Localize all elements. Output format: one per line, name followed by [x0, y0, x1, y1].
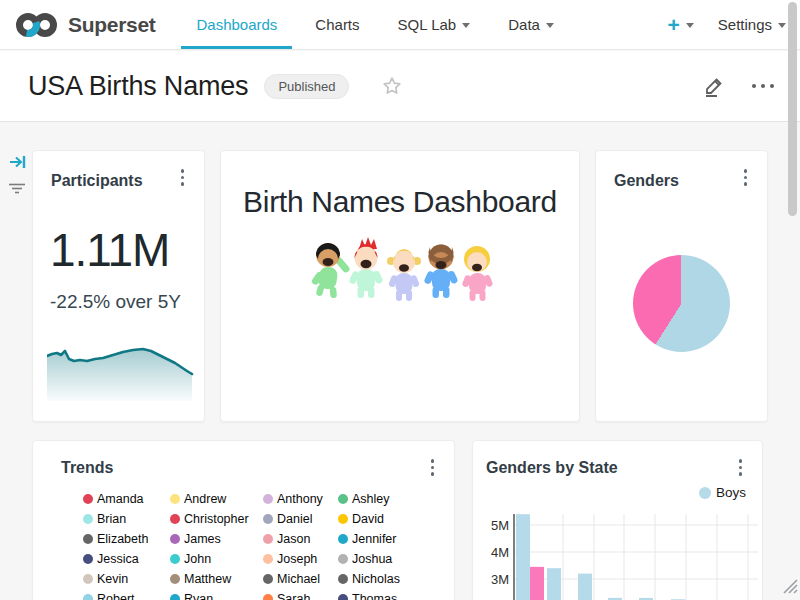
expand-filter-bar-icon[interactable]	[9, 154, 27, 174]
legend-label: James	[184, 532, 221, 546]
legend-item[interactable]: Andrew	[170, 489, 263, 509]
chart-kebab-menu-icon[interactable]	[429, 457, 437, 478]
chart-title: Trends	[61, 459, 113, 477]
nav-item-data[interactable]: Data	[493, 0, 569, 49]
legend-dot	[83, 594, 93, 600]
bar-boys	[516, 514, 530, 600]
legend-label: Anthony	[277, 492, 323, 506]
legend-item[interactable]: Christopher	[170, 509, 263, 529]
settings-menu[interactable]: Settings	[718, 16, 786, 33]
legend-label: Joseph	[277, 552, 317, 566]
bar-chart-legend[interactable]: Boys	[699, 485, 746, 500]
legend-item[interactable]: Jennifer	[338, 529, 428, 549]
legend-item[interactable]: Nicholas	[338, 569, 428, 589]
legend-item[interactable]: David	[338, 509, 428, 529]
chart-title: Genders	[614, 172, 679, 190]
legend-item[interactable]: Brian	[83, 509, 170, 529]
legend-label: Jessica	[97, 552, 139, 566]
chart-kebab-menu-icon[interactable]	[179, 167, 187, 188]
participants-chart-card: Participants 1.11M -22.5% over 5Y	[32, 150, 205, 422]
markdown-heading: Birth Names Dashboard	[221, 185, 579, 219]
legend-dot	[338, 574, 348, 584]
chevron-down-icon	[462, 23, 470, 28]
more-options-icon[interactable]	[752, 84, 774, 88]
superset-logo[interactable]: Superset	[0, 0, 155, 49]
bar-boys	[547, 568, 561, 600]
legend-dot	[263, 494, 273, 504]
legend-dot	[263, 514, 273, 524]
chart-title: Participants	[51, 172, 143, 190]
legend-label: Sarah	[277, 592, 310, 600]
top-navbar: Superset Dashboards Charts SQL Lab Data …	[0, 0, 800, 50]
superset-dashboard-page: Superset Dashboards Charts SQL Lab Data …	[0, 0, 800, 600]
legend-dot	[170, 494, 180, 504]
genders-by-state-bar-chart: 5M4M3M	[481, 501, 758, 600]
child-mint	[348, 237, 383, 298]
legend-item[interactable]: Joseph	[263, 549, 338, 569]
nav-item-charts[interactable]: Charts	[300, 0, 374, 49]
legend-label: Jennifer	[352, 532, 396, 546]
chevron-down-icon	[686, 23, 694, 28]
legend-item[interactable]: Thomas	[338, 589, 428, 600]
genders-chart-card: Genders	[595, 150, 768, 422]
legend-label: Nicholas	[352, 572, 400, 586]
chart-title: Genders by State	[486, 459, 618, 477]
chart-kebab-menu-icon[interactable]	[742, 167, 750, 188]
chart-kebab-menu-icon[interactable]	[737, 457, 745, 478]
edit-dashboard-icon[interactable]	[702, 74, 726, 98]
legend-dot	[83, 554, 93, 564]
legend-item[interactable]: Amanda	[83, 489, 170, 509]
legend-label: Andrew	[184, 492, 226, 506]
legend-item[interactable]: Jason	[263, 529, 338, 549]
legend-label: Joshua	[352, 552, 392, 566]
trends-legend: AmandaAndrewAnthonyAshleyBrianChristophe…	[83, 489, 428, 600]
legend-item[interactable]: Matthew	[170, 569, 263, 589]
legend-item[interactable]: Joshua	[338, 549, 428, 569]
brand-name: Superset	[68, 13, 155, 37]
legend-dot	[263, 574, 273, 584]
legend-item[interactable]: James	[170, 529, 263, 549]
nav-item-dashboards[interactable]: Dashboards	[181, 0, 292, 49]
legend-dot	[338, 514, 348, 524]
legend-label: Daniel	[277, 512, 312, 526]
legend-item[interactable]: Ryan	[170, 589, 263, 600]
legend-item[interactable]: Jessica	[83, 549, 170, 569]
new-item-button[interactable]: +	[668, 14, 694, 35]
legend-item[interactable]: Daniel	[263, 509, 338, 529]
legend-label: Robert	[97, 592, 135, 600]
legend-dot	[338, 594, 348, 600]
legend-item[interactable]: Ashley	[338, 489, 428, 509]
legend-item[interactable]: Anthony	[263, 489, 338, 509]
big-number-subheader: -22.5% over 5Y	[50, 291, 181, 313]
legend-item[interactable]: Elizabeth	[83, 529, 170, 549]
nav-right-group: + Settings	[668, 0, 800, 49]
resize-handle-icon[interactable]	[779, 575, 798, 598]
page-title: USA Births Names	[28, 71, 248, 102]
published-badge[interactable]: Published	[264, 74, 349, 99]
legend-label: Thomas	[352, 592, 397, 600]
legend-label: John	[184, 552, 211, 566]
legend-dot	[338, 554, 348, 564]
y-axis-tick: 5M	[491, 518, 509, 533]
legend-item[interactable]: Kevin	[83, 569, 170, 589]
nav-item-sql-lab[interactable]: SQL Lab	[383, 0, 486, 49]
legend-item[interactable]: Robert	[83, 589, 170, 600]
legend-item[interactable]: John	[170, 549, 263, 569]
legend-dot	[170, 574, 180, 584]
children-illustration	[311, 237, 496, 307]
child-pink	[461, 246, 493, 301]
vertical-scrollbar[interactable]	[788, 2, 797, 216]
legend-item[interactable]: Michael	[263, 569, 338, 589]
legend-dot	[263, 594, 273, 600]
legend-dot	[83, 534, 93, 544]
legend-dot	[83, 494, 93, 504]
filter-list-icon[interactable]	[8, 182, 26, 200]
legend-item[interactable]: Sarah	[263, 589, 338, 600]
child-blue	[423, 245, 458, 299]
legend-dot	[83, 514, 93, 524]
favorite-star-icon[interactable]	[381, 75, 403, 97]
legend-label: Ryan	[184, 592, 213, 600]
big-number-value: 1.11M	[50, 227, 169, 273]
legend-dot	[338, 534, 348, 544]
legend-dot	[170, 554, 180, 564]
